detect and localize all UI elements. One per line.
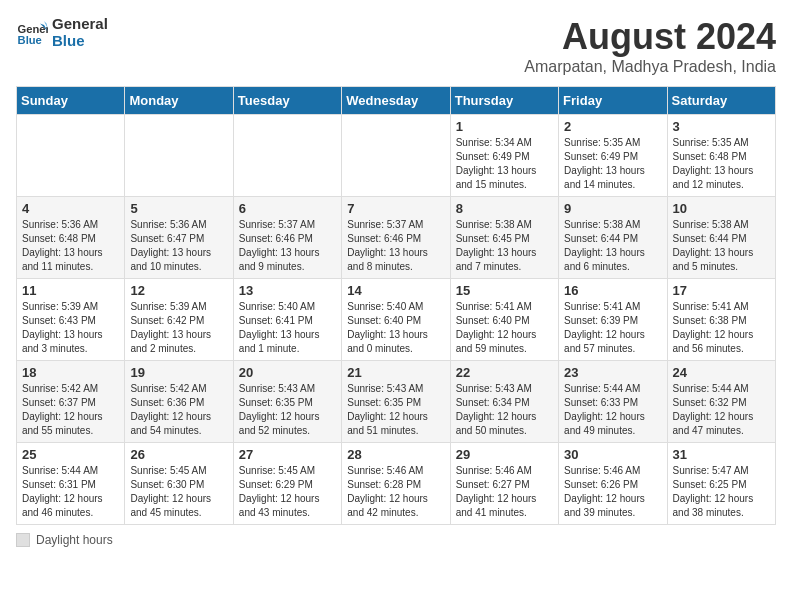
calendar-day-cell: 10Sunrise: 5:38 AM Sunset: 6:44 PM Dayli… (667, 197, 775, 279)
day-number: 27 (239, 447, 336, 462)
calendar-day-cell: 27Sunrise: 5:45 AM Sunset: 6:29 PM Dayli… (233, 443, 341, 525)
calendar-day-cell: 11Sunrise: 5:39 AM Sunset: 6:43 PM Dayli… (17, 279, 125, 361)
calendar-day-cell: 31Sunrise: 5:47 AM Sunset: 6:25 PM Dayli… (667, 443, 775, 525)
day-info: Sunrise: 5:38 AM Sunset: 6:45 PM Dayligh… (456, 218, 553, 274)
calendar-day-cell: 26Sunrise: 5:45 AM Sunset: 6:30 PM Dayli… (125, 443, 233, 525)
day-number: 13 (239, 283, 336, 298)
calendar-week-row: 4Sunrise: 5:36 AM Sunset: 6:48 PM Daylig… (17, 197, 776, 279)
weekday-header: Tuesday (233, 87, 341, 115)
day-number: 12 (130, 283, 227, 298)
day-info: Sunrise: 5:45 AM Sunset: 6:30 PM Dayligh… (130, 464, 227, 520)
day-number: 6 (239, 201, 336, 216)
title-area: August 2024 Amarpatan, Madhya Pradesh, I… (524, 16, 776, 76)
day-number: 16 (564, 283, 661, 298)
calendar-day-cell: 14Sunrise: 5:40 AM Sunset: 6:40 PM Dayli… (342, 279, 450, 361)
month-title: August 2024 (524, 16, 776, 58)
day-info: Sunrise: 5:41 AM Sunset: 6:39 PM Dayligh… (564, 300, 661, 356)
day-number: 9 (564, 201, 661, 216)
day-info: Sunrise: 5:42 AM Sunset: 6:36 PM Dayligh… (130, 382, 227, 438)
day-info: Sunrise: 5:41 AM Sunset: 6:40 PM Dayligh… (456, 300, 553, 356)
calendar-day-cell: 17Sunrise: 5:41 AM Sunset: 6:38 PM Dayli… (667, 279, 775, 361)
day-info: Sunrise: 5:39 AM Sunset: 6:43 PM Dayligh… (22, 300, 119, 356)
calendar-week-row: 1Sunrise: 5:34 AM Sunset: 6:49 PM Daylig… (17, 115, 776, 197)
day-number: 11 (22, 283, 119, 298)
calendar-day-cell: 19Sunrise: 5:42 AM Sunset: 6:36 PM Dayli… (125, 361, 233, 443)
day-info: Sunrise: 5:47 AM Sunset: 6:25 PM Dayligh… (673, 464, 770, 520)
legend-label: Daylight hours (36, 533, 113, 547)
day-number: 18 (22, 365, 119, 380)
calendar-week-row: 25Sunrise: 5:44 AM Sunset: 6:31 PM Dayli… (17, 443, 776, 525)
calendar-day-cell: 23Sunrise: 5:44 AM Sunset: 6:33 PM Dayli… (559, 361, 667, 443)
day-info: Sunrise: 5:45 AM Sunset: 6:29 PM Dayligh… (239, 464, 336, 520)
weekday-header: Friday (559, 87, 667, 115)
calendar-day-cell: 18Sunrise: 5:42 AM Sunset: 6:37 PM Dayli… (17, 361, 125, 443)
day-number: 30 (564, 447, 661, 462)
calendar-day-cell (342, 115, 450, 197)
calendar-day-cell: 29Sunrise: 5:46 AM Sunset: 6:27 PM Dayli… (450, 443, 558, 525)
calendar-day-cell: 6Sunrise: 5:37 AM Sunset: 6:46 PM Daylig… (233, 197, 341, 279)
calendar-day-cell: 1Sunrise: 5:34 AM Sunset: 6:49 PM Daylig… (450, 115, 558, 197)
day-info: Sunrise: 5:43 AM Sunset: 6:35 PM Dayligh… (347, 382, 444, 438)
day-number: 22 (456, 365, 553, 380)
day-number: 26 (130, 447, 227, 462)
day-info: Sunrise: 5:42 AM Sunset: 6:37 PM Dayligh… (22, 382, 119, 438)
calendar-day-cell (233, 115, 341, 197)
calendar-table: SundayMondayTuesdayWednesdayThursdayFrid… (16, 86, 776, 525)
calendar-day-cell: 25Sunrise: 5:44 AM Sunset: 6:31 PM Dayli… (17, 443, 125, 525)
header-row: SundayMondayTuesdayWednesdayThursdayFrid… (17, 87, 776, 115)
day-info: Sunrise: 5:46 AM Sunset: 6:28 PM Dayligh… (347, 464, 444, 520)
day-info: Sunrise: 5:35 AM Sunset: 6:49 PM Dayligh… (564, 136, 661, 192)
calendar-day-cell: 9Sunrise: 5:38 AM Sunset: 6:44 PM Daylig… (559, 197, 667, 279)
day-number: 23 (564, 365, 661, 380)
calendar-day-cell: 7Sunrise: 5:37 AM Sunset: 6:46 PM Daylig… (342, 197, 450, 279)
weekday-header: Monday (125, 87, 233, 115)
day-info: Sunrise: 5:37 AM Sunset: 6:46 PM Dayligh… (347, 218, 444, 274)
legend-box (16, 533, 30, 547)
day-info: Sunrise: 5:44 AM Sunset: 6:33 PM Dayligh… (564, 382, 661, 438)
day-number: 3 (673, 119, 770, 134)
subtitle: Amarpatan, Madhya Pradesh, India (524, 58, 776, 76)
logo-line1: General (52, 16, 108, 33)
svg-text:Blue: Blue (18, 34, 42, 46)
calendar-day-cell: 4Sunrise: 5:36 AM Sunset: 6:48 PM Daylig… (17, 197, 125, 279)
day-number: 17 (673, 283, 770, 298)
logo-line2: Blue (52, 33, 108, 50)
calendar-day-cell: 28Sunrise: 5:46 AM Sunset: 6:28 PM Dayli… (342, 443, 450, 525)
day-info: Sunrise: 5:40 AM Sunset: 6:41 PM Dayligh… (239, 300, 336, 356)
calendar-day-cell: 16Sunrise: 5:41 AM Sunset: 6:39 PM Dayli… (559, 279, 667, 361)
day-info: Sunrise: 5:39 AM Sunset: 6:42 PM Dayligh… (130, 300, 227, 356)
calendar-week-row: 18Sunrise: 5:42 AM Sunset: 6:37 PM Dayli… (17, 361, 776, 443)
weekday-header: Sunday (17, 87, 125, 115)
logo-icon: General Blue (16, 17, 48, 49)
calendar-day-cell: 30Sunrise: 5:46 AM Sunset: 6:26 PM Dayli… (559, 443, 667, 525)
day-number: 21 (347, 365, 444, 380)
weekday-header: Thursday (450, 87, 558, 115)
day-info: Sunrise: 5:44 AM Sunset: 6:31 PM Dayligh… (22, 464, 119, 520)
day-info: Sunrise: 5:43 AM Sunset: 6:35 PM Dayligh… (239, 382, 336, 438)
day-number: 1 (456, 119, 553, 134)
day-number: 29 (456, 447, 553, 462)
calendar-day-cell: 8Sunrise: 5:38 AM Sunset: 6:45 PM Daylig… (450, 197, 558, 279)
day-number: 5 (130, 201, 227, 216)
header: General Blue General Blue August 2024 Am… (16, 16, 776, 76)
day-info: Sunrise: 5:34 AM Sunset: 6:49 PM Dayligh… (456, 136, 553, 192)
calendar-day-cell: 3Sunrise: 5:35 AM Sunset: 6:48 PM Daylig… (667, 115, 775, 197)
calendar-day-cell: 21Sunrise: 5:43 AM Sunset: 6:35 PM Dayli… (342, 361, 450, 443)
day-number: 25 (22, 447, 119, 462)
day-number: 28 (347, 447, 444, 462)
day-info: Sunrise: 5:37 AM Sunset: 6:46 PM Dayligh… (239, 218, 336, 274)
calendar-day-cell (17, 115, 125, 197)
day-info: Sunrise: 5:35 AM Sunset: 6:48 PM Dayligh… (673, 136, 770, 192)
day-info: Sunrise: 5:41 AM Sunset: 6:38 PM Dayligh… (673, 300, 770, 356)
calendar-day-cell: 12Sunrise: 5:39 AM Sunset: 6:42 PM Dayli… (125, 279, 233, 361)
weekday-header: Wednesday (342, 87, 450, 115)
day-number: 10 (673, 201, 770, 216)
day-info: Sunrise: 5:40 AM Sunset: 6:40 PM Dayligh… (347, 300, 444, 356)
day-number: 24 (673, 365, 770, 380)
day-info: Sunrise: 5:38 AM Sunset: 6:44 PM Dayligh… (673, 218, 770, 274)
day-number: 31 (673, 447, 770, 462)
calendar-day-cell: 15Sunrise: 5:41 AM Sunset: 6:40 PM Dayli… (450, 279, 558, 361)
calendar-day-cell: 20Sunrise: 5:43 AM Sunset: 6:35 PM Dayli… (233, 361, 341, 443)
calendar-day-cell: 22Sunrise: 5:43 AM Sunset: 6:34 PM Dayli… (450, 361, 558, 443)
calendar-day-cell: 2Sunrise: 5:35 AM Sunset: 6:49 PM Daylig… (559, 115, 667, 197)
